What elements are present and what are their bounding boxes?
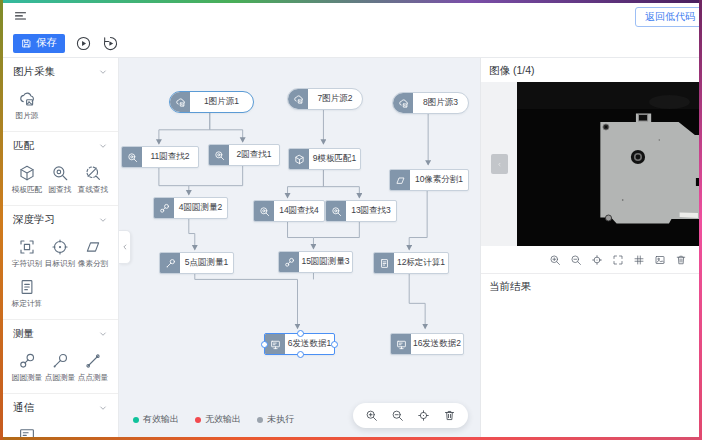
measure-pp-icon (84, 352, 102, 370)
image-frame-icon[interactable] (654, 254, 666, 266)
action-toolbar: 保存 (3, 29, 699, 58)
play-circle-icon (75, 35, 92, 52)
tool-item-send[interactable]: 发送数据 (10, 426, 43, 437)
selection-handle-r[interactable] (331, 341, 338, 348)
legend-item: 无效输出 (195, 413, 241, 426)
legend-label: 无效输出 (205, 413, 241, 426)
tool-item-label: 图片源 (15, 110, 38, 120)
tool-item-measure-pp[interactable]: 点点测量 (76, 352, 109, 383)
tool-item-cube[interactable]: 模板匹配 (10, 164, 43, 195)
node-icon-box (279, 252, 299, 272)
sidebar-section-2: 深度学习字符识别目标识别像素分割标定计算 (3, 206, 118, 320)
tool-item-label: 点点测量 (77, 372, 107, 382)
save-icon (21, 38, 32, 49)
flow-node-n12[interactable]: 12标定计算1 (373, 252, 449, 274)
result-content (481, 298, 699, 437)
node-label: 1图片源1 (190, 92, 253, 112)
node-label: 13圆查找3 (346, 201, 396, 221)
ocr-icon (18, 238, 36, 256)
segment-icon (84, 238, 102, 256)
zoom-in-icon[interactable] (549, 254, 561, 266)
tool-item-doc-calc[interactable]: 标定计算 (10, 278, 43, 309)
flow-node-n6[interactable]: 6发送数据1 (264, 333, 335, 355)
flow-edge-4 (189, 217, 195, 250)
run-once-button[interactable] (102, 35, 119, 52)
flow-edge-1 (210, 112, 243, 142)
preview-image (517, 82, 699, 246)
node-label: 9模板匹配1 (309, 149, 360, 169)
sidebar-section-header[interactable]: 匹配 (3, 132, 118, 155)
main-area: 图片采集图片源匹配模板匹配圆查找直线查找深度学习字符识别目标识别像素分割标定计算… (3, 58, 699, 437)
node-icon-box (265, 334, 285, 354)
sidebar-section-header[interactable]: 深度学习 (3, 206, 118, 229)
chevron-down-icon (98, 215, 108, 225)
node-icon-box (326, 201, 346, 221)
flow-edge-9 (313, 220, 359, 238)
flow-node-n10[interactable]: 10像素分割1 (389, 169, 469, 191)
flow-node-n4[interactable]: 4圆圆测量2 (153, 197, 228, 219)
sidebar-section-1: 匹配模板匹配圆查找直线查找 (3, 132, 118, 206)
circle-search-icon (214, 150, 225, 161)
doc-calc-icon (379, 258, 390, 269)
node-icon-box (154, 198, 174, 218)
prev-image-button[interactable] (491, 154, 508, 174)
sidebar-section-title: 深度学习 (13, 213, 55, 227)
sidebar-section-header[interactable]: 测量 (3, 320, 118, 343)
tool-item-label: 点圆测量 (44, 372, 74, 382)
flow-node-n11[interactable]: 11圆查找2 (121, 146, 199, 168)
tool-item-segment[interactable]: 像素分割 (76, 238, 109, 269)
sidebar-section-header[interactable]: 图片采集 (3, 58, 118, 81)
node-icon-box (393, 93, 413, 113)
selection-handle-b[interactable] (297, 351, 304, 358)
flow-node-n16[interactable]: 16发送数据2 (390, 333, 464, 355)
node-label: 7图片源2 (308, 89, 362, 109)
zoom-out-icon[interactable] (570, 254, 582, 266)
chevron-down-icon (98, 403, 108, 413)
sidebar-section-header[interactable]: 通信 (3, 394, 118, 417)
selection-handle-l[interactable] (261, 341, 268, 348)
flow-node-n1[interactable]: 1图片源1 (169, 91, 254, 113)
flow-node-n15[interactable]: 15圆圆测量3 (278, 251, 353, 273)
save-button[interactable]: 保存 (13, 34, 65, 53)
sidebar-section-items: 字符识别目标识别像素分割标定计算 (3, 229, 118, 319)
flow-node-n5[interactable]: 5点圆测量1 (159, 252, 234, 274)
flow-node-n9[interactable]: 9模板匹配1 (288, 148, 361, 170)
right-panel: 图像 (1/4) (480, 58, 699, 437)
zoom-out-icon[interactable] (391, 409, 404, 422)
node-label: 10像素分割1 (410, 170, 468, 190)
flow-edge-11 (409, 189, 427, 250)
tool-item-label: 目标识别 (44, 258, 74, 268)
flow-node-n13[interactable]: 13圆查找3 (325, 200, 397, 222)
node-label: 11圆查找2 (142, 147, 198, 167)
tool-item-ocr[interactable]: 字符识别 (10, 238, 43, 269)
flow-node-n7[interactable]: 7图片源2 (287, 88, 363, 110)
flow-node-n2[interactable]: 2圆查找1 (208, 144, 280, 166)
zoom-in-icon[interactable] (365, 409, 378, 422)
crosshair-icon[interactable] (591, 254, 603, 266)
tool-item-circle-search[interactable]: 圆查找 (43, 164, 76, 195)
trash-icon[interactable] (443, 409, 456, 422)
tool-item-cloud-image[interactable]: 图片源 (10, 90, 43, 121)
tool-item-target[interactable]: 目标识别 (43, 238, 76, 269)
tool-item-line-search[interactable]: 直线查找 (76, 164, 109, 195)
tool-item-measure-pc[interactable]: 点圆测量 (43, 352, 76, 383)
trash-icon[interactable] (675, 254, 687, 266)
tool-item-measure-cc[interactable]: 圆圆测量 (10, 352, 43, 383)
selection-handle-t[interactable] (297, 330, 304, 337)
segment-icon (395, 175, 406, 186)
line-search-icon (84, 164, 102, 182)
sidebar-collapse-handle[interactable] (119, 230, 131, 264)
legend-label: 有效输出 (143, 413, 179, 426)
menu-icon[interactable] (13, 9, 28, 24)
run-button[interactable] (75, 35, 92, 52)
flow-node-n14[interactable]: 14圆查找4 (253, 200, 325, 222)
grid-icon[interactable] (633, 254, 645, 266)
crosshair-icon[interactable] (417, 409, 430, 422)
node-label: 4圆圆测量2 (174, 198, 227, 218)
fullscreen-icon[interactable] (612, 254, 624, 266)
flow-node-n8[interactable]: 8图片源3 (392, 92, 469, 114)
node-icon-box (122, 147, 142, 167)
back-to-lowcode-button[interactable]: 返回低代码 (635, 7, 699, 27)
flow-canvas[interactable]: 1图片源17图片源28图片源311圆查找22圆查找19模板匹配110像素分割14… (119, 58, 480, 437)
node-label: 14圆查找4 (274, 201, 324, 221)
